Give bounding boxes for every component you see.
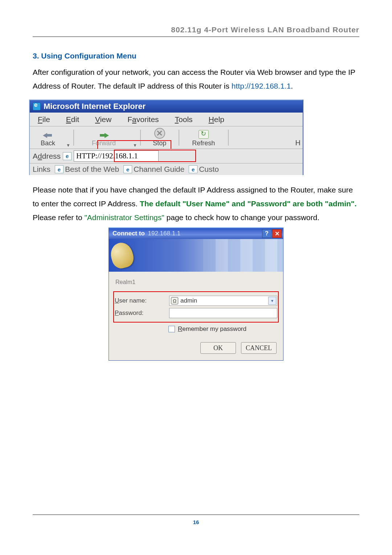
remember-row[interactable]: Remember my password bbox=[168, 325, 278, 333]
ie-logo-icon bbox=[33, 102, 41, 110]
link-icon: e bbox=[55, 165, 64, 173]
remember-checkbox[interactable] bbox=[168, 326, 175, 332]
menu-view[interactable]: View bbox=[87, 113, 119, 126]
home-partial[interactable]: H bbox=[295, 139, 301, 147]
link2-text: Channel Guide bbox=[134, 165, 184, 174]
section-title: 3. Using Configuration Menu bbox=[33, 52, 359, 60]
toolbar-separator-3 bbox=[179, 130, 179, 146]
connect-dialog: Connect to 192.168.1.1 ? ✕ Realm1 User n… bbox=[109, 227, 283, 361]
username-row: User name: Ω admin ▾ bbox=[115, 296, 277, 306]
p2-green: "Administrator Settings" bbox=[84, 213, 164, 222]
default-ip-link[interactable]: http://192.168.1.1 bbox=[232, 82, 291, 90]
link-channel-guide[interactable]: eChannel Guide bbox=[123, 165, 184, 174]
page-number: 16 bbox=[0, 519, 392, 525]
link-custo[interactable]: eCusto bbox=[189, 165, 219, 174]
ie-titlebar: Microsoft Internet Explorer bbox=[30, 100, 303, 113]
footer-rule bbox=[33, 514, 359, 515]
p2c: page to check how to change your passwor… bbox=[164, 213, 319, 222]
back-dropdown-icon[interactable]: ▼ bbox=[66, 143, 70, 148]
username-label: User name: bbox=[115, 297, 169, 304]
keys-icon bbox=[108, 240, 136, 270]
ie-menubar: File Edit View Favorites Tools Help bbox=[30, 113, 303, 126]
refresh-icon bbox=[199, 130, 209, 139]
username-dropdown-icon[interactable]: ▾ bbox=[268, 297, 276, 305]
links-label: Links bbox=[33, 165, 50, 174]
forward-arrow-icon bbox=[97, 131, 110, 139]
refresh-label: Refresh bbox=[192, 139, 215, 147]
p2b: Please refer to bbox=[33, 213, 84, 222]
close-button[interactable]: ✕ bbox=[272, 229, 282, 238]
page-icon: e bbox=[63, 152, 72, 160]
stop-icon bbox=[154, 128, 165, 139]
realm-text: Realm1 bbox=[115, 279, 278, 285]
forward-button: Forward bbox=[77, 131, 131, 148]
p1a: After configuration of your network, you… bbox=[33, 68, 355, 90]
link-icon: e bbox=[123, 165, 132, 173]
dialog-banner bbox=[109, 239, 283, 272]
ie-title: Microsoft Internet Explorer bbox=[44, 102, 146, 111]
dialog-titlebar: Connect to 192.168.1.1 ? ✕ bbox=[109, 228, 283, 239]
password-label: Password: bbox=[115, 309, 169, 317]
password-field[interactable] bbox=[169, 308, 277, 318]
credentials-highlight: User name: Ω admin ▾ Password: bbox=[114, 292, 278, 322]
cancel-button[interactable]: CANCEL bbox=[241, 342, 277, 354]
banner-bars bbox=[203, 239, 283, 272]
toolbar-separator bbox=[73, 130, 74, 146]
address-label: Address bbox=[33, 152, 61, 161]
back-arrow-icon bbox=[41, 131, 54, 139]
ok-button[interactable]: OK bbox=[200, 342, 236, 354]
back-label: Back bbox=[41, 139, 55, 147]
password-row: Password: bbox=[115, 308, 277, 318]
user-icon: Ω bbox=[171, 297, 178, 304]
link1-text: Best of the Web bbox=[65, 165, 119, 174]
menu-favorites[interactable]: Favorites bbox=[119, 113, 167, 126]
dialog-buttons: OK CANCEL bbox=[114, 342, 278, 354]
toolbar-separator-4 bbox=[228, 130, 229, 146]
note-paragraph: Please note that if you have changed the… bbox=[33, 183, 359, 224]
p2-bold: The default "User Name" and "Password" a… bbox=[140, 199, 357, 208]
remember-label: Remember my password bbox=[178, 325, 246, 333]
link3-text: Custo bbox=[199, 165, 219, 174]
dialog-body: Realm1 User name: Ω admin ▾ Password: bbox=[109, 272, 283, 360]
link-icon: e bbox=[189, 165, 197, 173]
menu-edit[interactable]: Edit bbox=[58, 113, 87, 126]
username-field[interactable]: Ω admin ▾ bbox=[169, 296, 277, 306]
ie-address-bar: Address e HTTP://192.168.1.1 bbox=[30, 149, 303, 163]
p1b: . bbox=[291, 82, 293, 90]
refresh-button[interactable]: Refresh bbox=[182, 129, 225, 148]
ie-links-bar: Links eBest of the Web eChannel Guide eC… bbox=[30, 163, 303, 175]
ie-toolbar: Back ▼ Forward ▼ Stop Refresh H bbox=[30, 126, 303, 149]
username-value: admin bbox=[180, 297, 197, 304]
menu-tools[interactable]: Tools bbox=[167, 113, 201, 126]
dialog-title: Connect to bbox=[113, 230, 145, 237]
link-best-of-web[interactable]: eBest of the Web bbox=[55, 165, 119, 174]
help-button[interactable]: ? bbox=[262, 229, 271, 238]
dialog-title-ip: 192.168.1.1 bbox=[148, 230, 181, 237]
menu-help[interactable]: Help bbox=[201, 113, 232, 126]
doc-header: 802.11g 4-Port Wireless LAN Broadband Ro… bbox=[33, 25, 359, 37]
intro-paragraph: After configuration of your network, you… bbox=[33, 65, 359, 93]
ie-window: Microsoft Internet Explorer File Edit Vi… bbox=[29, 100, 303, 175]
menu-file[interactable]: File bbox=[30, 113, 58, 126]
back-button[interactable]: Back bbox=[32, 131, 64, 148]
